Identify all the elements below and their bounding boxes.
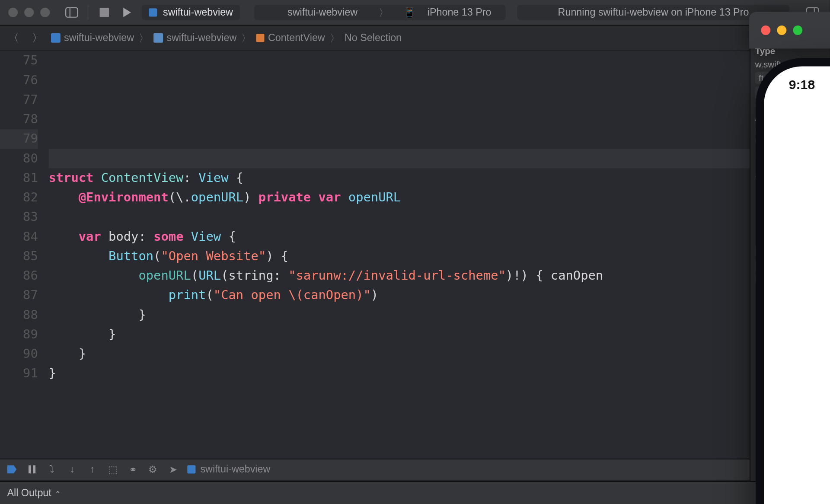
debug-view-icon[interactable]: ⬚: [107, 463, 118, 475]
stop-button[interactable]: [96, 5, 112, 20]
scheme-label: swiftui-webview: [281, 6, 365, 18]
swift-file-icon: [256, 34, 265, 42]
close-window-button[interactable]: [8, 8, 18, 17]
zoom-window-button[interactable]: [40, 8, 50, 17]
debug-target[interactable]: swiftui-webview: [187, 463, 270, 475]
activity-status: Running swiftui-webview on iPhone 13 Pro: [517, 5, 789, 20]
breadcrumb-item[interactable]: ContentView: [256, 32, 325, 44]
breakpoint-toggle-icon[interactable]: [6, 463, 18, 475]
breadcrumb-selection[interactable]: No Selection: [345, 32, 402, 44]
output-filter[interactable]: All Output⌃: [7, 487, 61, 498]
minimize-window-button[interactable]: [777, 26, 786, 35]
step-out-icon[interactable]: ↑: [86, 463, 98, 475]
output-selector-bar: All Output⌃ ⊜ Filter: [0, 481, 830, 504]
pause-icon[interactable]: [26, 463, 38, 475]
code-editor[interactable]: 75 76 77 78 79 80 81 82 83 84 85 86 87 8…: [0, 51, 830, 458]
simulator-window-titlebar: iPhone 13 Pro iOS 16.2: [749, 12, 830, 48]
iphone-screen[interactable]: 9:18 Open Website: [764, 67, 830, 504]
code-content[interactable]: struct ContentView: View { @Environment(…: [48, 51, 830, 458]
minimize-window-button[interactable]: [24, 8, 34, 17]
scheme-selector[interactable]: swiftui-webview: [142, 5, 240, 20]
svg-rect-5: [29, 466, 31, 474]
forward-button[interactable]: 〉: [27, 31, 48, 45]
project-name-label: swiftui-webview: [163, 6, 233, 18]
svg-rect-6: [33, 466, 35, 474]
run-destination[interactable]: swiftui-webview 〉 📱 iPhone 13 Pro: [254, 5, 505, 20]
back-button[interactable]: 〈: [3, 31, 24, 45]
simulator-traffic-lights[interactable]: [761, 26, 802, 35]
status-text: Running swiftui-webview on iPhone 13 Pro: [558, 6, 749, 18]
step-into-icon[interactable]: ↓: [67, 463, 78, 475]
svg-rect-0: [66, 8, 77, 17]
app-icon: [187, 466, 195, 474]
line-number-gutter: 75 76 77 78 79 80 81 82 83 84 85 86 87 8…: [0, 51, 48, 458]
step-over-icon[interactable]: ⤵︎: [46, 463, 58, 475]
debug-toolbar: ⤵︎ ↓ ↑ ⬚ ⚭ ⚙︎ ➤ swiftui-webview: [0, 459, 830, 481]
environment-icon[interactable]: ⚙︎: [147, 463, 159, 475]
location-icon[interactable]: ➤: [167, 463, 179, 475]
xcode-toolbar: swiftui-webview swiftui-webview 〉 📱 iPho…: [0, 0, 830, 26]
jump-bar: 〈 〉 swiftui-webview 〉 swiftui-webview 〉 …: [0, 26, 830, 51]
close-window-button[interactable]: [761, 26, 770, 35]
iphone-simulator: 9:18 Open Website: [756, 58, 830, 504]
zoom-window-button[interactable]: [793, 26, 802, 35]
window-traffic-lights[interactable]: [8, 8, 50, 17]
breadcrumb-item[interactable]: swiftui-webview: [153, 32, 236, 44]
run-button[interactable]: [119, 5, 135, 20]
memory-graph-icon[interactable]: ⚭: [127, 463, 138, 475]
folder-icon: [153, 33, 163, 43]
app-icon: [149, 8, 157, 16]
destination-label: iPhone 13 Pro: [420, 6, 498, 18]
svg-rect-2: [99, 8, 109, 17]
sidebar-toggle-icon[interactable]: [64, 5, 80, 20]
project-icon: [51, 33, 61, 43]
breadcrumb-item[interactable]: swiftui-webview: [51, 32, 134, 44]
